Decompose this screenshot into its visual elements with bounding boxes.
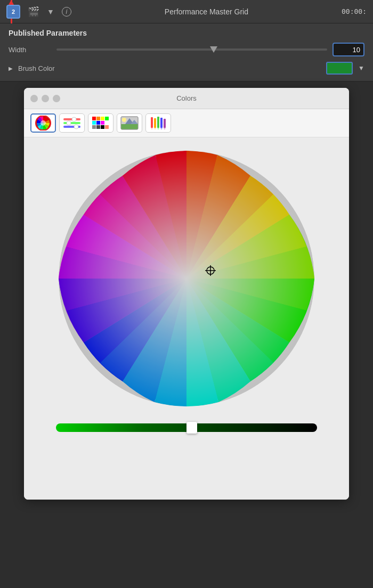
- svg-rect-17: [105, 121, 109, 125]
- film-icon[interactable]: 🎬: [28, 6, 39, 18]
- svg-rect-14: [92, 121, 96, 125]
- colors-titlebar: Colors: [24, 88, 349, 109]
- svg-rect-18: [92, 125, 96, 129]
- brightness-slider-container[interactable]: [56, 422, 317, 434]
- published-parameters-title: Published Parameters: [9, 29, 364, 37]
- svg-rect-37: [164, 119, 166, 128]
- info-icon[interactable]: i: [62, 7, 71, 17]
- timecode: 00:00:: [342, 7, 367, 15]
- svg-point-3: [40, 120, 46, 126]
- color-wheel-mode-button[interactable]: [30, 113, 56, 133]
- svg-marker-32: [154, 128, 156, 130]
- svg-rect-16: [101, 121, 104, 125]
- color-wheel-area: [24, 137, 349, 500]
- colors-panel: Colors: [24, 88, 349, 500]
- grid-mode-button[interactable]: [88, 113, 113, 133]
- svg-rect-24: [121, 124, 138, 129]
- svg-rect-35: [160, 118, 163, 128]
- brush-color-swatch[interactable]: [326, 62, 353, 75]
- width-slider-thumb[interactable]: [210, 46, 217, 53]
- svg-rect-10: [92, 117, 96, 120]
- sliders-mode-button[interactable]: [59, 113, 85, 133]
- svg-marker-38: [164, 128, 166, 130]
- svg-marker-30: [151, 128, 153, 130]
- svg-rect-5: [63, 122, 80, 124]
- svg-rect-33: [157, 117, 159, 128]
- width-input[interactable]: [333, 43, 364, 56]
- sliders-icon: [62, 116, 82, 130]
- brightness-slider-thumb[interactable]: [186, 422, 197, 434]
- window-buttons: [30, 95, 60, 102]
- svg-rect-19: [96, 125, 100, 129]
- window-title: Performance Master Grid: [79, 7, 334, 16]
- close-button[interactable]: [30, 95, 38, 102]
- brush-color-label: Brush Color: [18, 64, 321, 72]
- svg-rect-13: [105, 117, 109, 120]
- svg-rect-15: [96, 121, 100, 125]
- svg-rect-21: [105, 125, 109, 129]
- svg-point-41: [59, 151, 314, 406]
- svg-rect-12: [101, 117, 104, 120]
- dropdown-icon[interactable]: ▼: [47, 7, 54, 16]
- svg-point-9: [74, 125, 78, 129]
- width-label: Width: [9, 46, 51, 54]
- pencils-mode-button[interactable]: [145, 113, 171, 133]
- image-mode-button[interactable]: [117, 113, 142, 133]
- color-dropdown-arrow-icon[interactable]: ▼: [358, 64, 364, 72]
- svg-point-8: [67, 121, 71, 125]
- svg-marker-36: [160, 128, 163, 130]
- badge-icon[interactable]: 2: [6, 5, 20, 19]
- width-row: Width: [9, 43, 364, 56]
- svg-point-27: [122, 118, 126, 122]
- svg-rect-31: [154, 118, 156, 128]
- top-bar: 2 🎬 ▼ i Performance Master Grid 00:00:: [0, 0, 373, 23]
- grid-icon: [91, 116, 110, 130]
- svg-rect-11: [96, 117, 100, 120]
- svg-marker-34: [157, 128, 159, 130]
- colors-panel-title: Colors: [176, 94, 197, 102]
- minimize-button[interactable]: [42, 95, 49, 102]
- color-wheel-svg[interactable]: [56, 148, 317, 409]
- svg-point-7: [72, 117, 76, 121]
- maximize-button[interactable]: [53, 95, 60, 102]
- width-slider-track[interactable]: [56, 48, 327, 51]
- pencils-icon: [149, 116, 168, 130]
- svg-rect-20: [101, 125, 104, 129]
- published-parameters-section: Published Parameters Width ▶ Brush Color…: [0, 23, 373, 81]
- brush-color-row: ▶ Brush Color ▼: [9, 62, 364, 75]
- image-icon: [120, 116, 139, 130]
- expand-arrow-icon[interactable]: ▶: [9, 66, 13, 71]
- color-wheel-icon: [35, 116, 52, 130]
- color-wheel-container[interactable]: [56, 148, 317, 409]
- color-modes-bar: [24, 109, 349, 137]
- svg-rect-29: [151, 117, 153, 128]
